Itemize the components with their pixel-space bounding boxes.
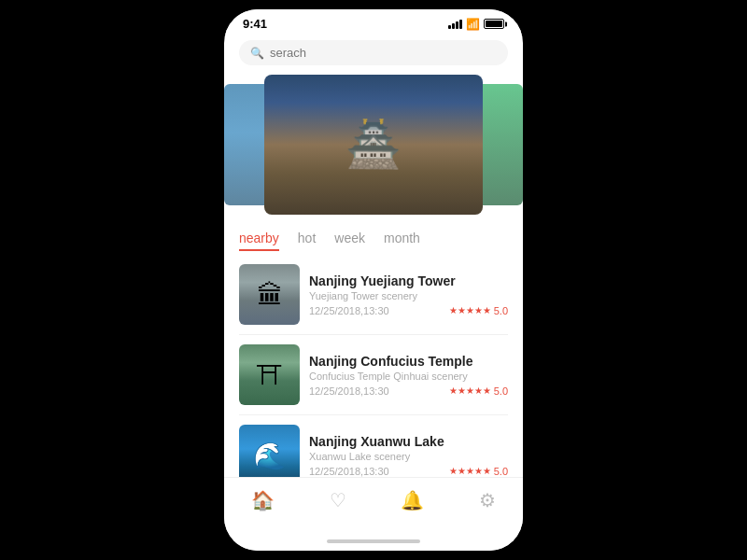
tab-bar: nearby hot week month [224, 223, 523, 255]
stars-icon: ★★★★★ [449, 385, 491, 396]
item-thumbnail [239, 425, 300, 477]
tab-nearby[interactable]: nearby [239, 231, 279, 251]
item-thumbnail [239, 344, 300, 405]
gear-icon: ⚙ [479, 489, 496, 511]
item-thumbnail [239, 264, 300, 325]
item-date: 12/25/2018,13:30 [309, 466, 389, 477]
home-icon: 🏠 [251, 489, 275, 511]
stars-icon: ★★★★★ [449, 466, 491, 476]
item-title: Nanjing Yuejiang Tower [309, 273, 508, 288]
heart-icon: ♡ [330, 489, 346, 511]
status-bar: 9:41 📶 [224, 9, 523, 35]
item-meta: 12/25/2018,13:30 ★★★★★ 5.0 [309, 305, 508, 316]
nav-favorites[interactable]: ♡ [315, 485, 361, 515]
home-indicator [327, 539, 420, 543]
tab-hot[interactable]: hot [298, 231, 316, 251]
item-meta: 12/25/2018,13:30 ★★★★★ 5.0 [309, 466, 508, 477]
item-meta: 12/25/2018,13:30 ★★★★★ 5.0 [309, 385, 508, 397]
item-subtitle: Xuanwu Lake scenery [309, 451, 508, 462]
item-date: 12/25/2018,13:30 [309, 305, 389, 316]
item-info: Nanjing Confucius Temple Confucius Templ… [309, 354, 508, 397]
item-rating: ★★★★★ 5.0 [449, 466, 508, 477]
list-item[interactable]: Nanjing Xuanwu Lake Xuanwu Lake scenery … [239, 415, 508, 477]
item-subtitle: Confucius Temple Qinhuai scenery [309, 371, 508, 382]
item-subtitle: Yuejiang Tower scenery [309, 290, 508, 301]
item-rating: ★★★★★ 5.0 [449, 385, 508, 397]
item-title: Nanjing Xuanwu Lake [309, 434, 508, 449]
search-icon: 🔍 [250, 47, 264, 60]
item-title: Nanjing Confucius Temple [309, 354, 508, 369]
wifi-icon: 📶 [466, 18, 480, 31]
item-info: Nanjing Xuanwu Lake Xuanwu Lake scenery … [309, 434, 508, 477]
phone-frame: 9:41 📶 🔍 nearby hot week month [224, 9, 523, 551]
rating-value: 5.0 [494, 466, 508, 477]
stars-icon: ★★★★★ [449, 305, 491, 315]
nav-home[interactable]: 🏠 [236, 485, 289, 515]
rating-value: 5.0 [494, 305, 508, 316]
tab-month[interactable]: month [384, 231, 420, 251]
carousel [224, 75, 523, 219]
item-date: 12/25/2018,13:30 [309, 385, 389, 397]
signal-icon [448, 20, 462, 29]
listing-list: Nanjing Yuejiang Tower Yuejiang Tower sc… [224, 255, 523, 477]
bell-icon: 🔔 [401, 489, 424, 511]
list-item[interactable]: Nanjing Confucius Temple Confucius Templ… [239, 335, 508, 415]
list-item[interactable]: Nanjing Yuejiang Tower Yuejiang Tower sc… [239, 255, 508, 335]
search-input[interactable] [270, 46, 497, 60]
bottom-nav: 🏠 ♡ 🔔 ⚙ [224, 477, 523, 526]
nav-settings[interactable]: ⚙ [464, 485, 511, 515]
rating-value: 5.0 [494, 385, 508, 397]
battery-icon [484, 19, 504, 29]
status-time: 9:41 [243, 17, 267, 31]
nav-notifications[interactable]: 🔔 [386, 485, 439, 515]
item-info: Nanjing Yuejiang Tower Yuejiang Tower sc… [309, 273, 508, 316]
tab-week[interactable]: week [334, 231, 365, 251]
status-icons: 📶 [448, 18, 504, 31]
home-bar [224, 526, 523, 551]
search-bar[interactable]: 🔍 [239, 40, 508, 65]
carousel-main-image [264, 75, 483, 215]
carousel-right-image [476, 84, 523, 205]
item-rating: ★★★★★ 5.0 [449, 305, 508, 316]
